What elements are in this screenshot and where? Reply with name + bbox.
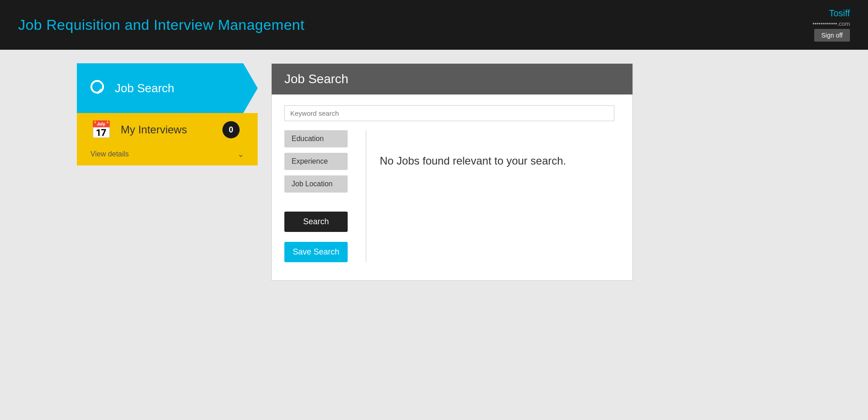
sidebar: Job Search 📅 My Interviews 0 View detail… [77,63,258,165]
my-interviews-top: 📅 My Interviews 0 [90,121,244,138]
job-search-panel: Job Search Education Experience Job Loca… [271,63,633,281]
keyword-row [284,105,620,130]
app-header: Job Requisition and Interview Management… [0,0,868,50]
sidebar-item-job-search[interactable]: Job Search [77,63,258,113]
filters-results-row: Education Experience Job Location Search… [284,130,620,262]
chevron-down-icon: ⌄ [237,149,244,159]
calendar-icon: 📅 [90,121,112,138]
filters-column: Education Experience Job Location Search… [284,130,357,262]
interviews-badge: 0 [222,121,240,138]
panel-header: Job Search [272,64,632,94]
sidebar-item-my-interviews[interactable]: 📅 My Interviews 0 View details ⌄ [77,113,258,165]
user-section: Tosiff ••••••••••••.com Sign off [812,8,850,42]
keyword-search-input[interactable] [284,105,614,121]
education-filter-button[interactable]: Education [284,130,348,147]
app-title: Job Requisition and Interview Management [18,17,305,33]
no-results-text: No Jobs found relevant to your search. [380,155,566,167]
search-button[interactable]: Search [284,212,348,232]
user-email: ••••••••••••.com [812,20,850,27]
experience-filter-button[interactable]: Experience [284,153,348,170]
main-layout: Job Search 📅 My Interviews 0 View detail… [0,50,868,294]
content-area: Job Search Education Experience Job Loca… [271,63,633,281]
job-search-label: Job Search [115,81,175,95]
results-column: No Jobs found relevant to your search. [366,130,620,167]
username: Tosiff [829,8,850,19]
view-details-row[interactable]: View details ⌄ [90,143,244,165]
job-location-filter-button[interactable]: Job Location [284,175,348,193]
sign-off-button[interactable]: Sign off [814,29,850,42]
my-interviews-label: My Interviews [121,123,187,136]
panel-title: Job Search [284,72,349,86]
panel-body: Education Experience Job Location Search… [272,94,632,280]
search-icon [90,80,107,96]
view-details-label: View details [90,150,129,158]
save-search-button[interactable]: Save Search [284,242,348,262]
